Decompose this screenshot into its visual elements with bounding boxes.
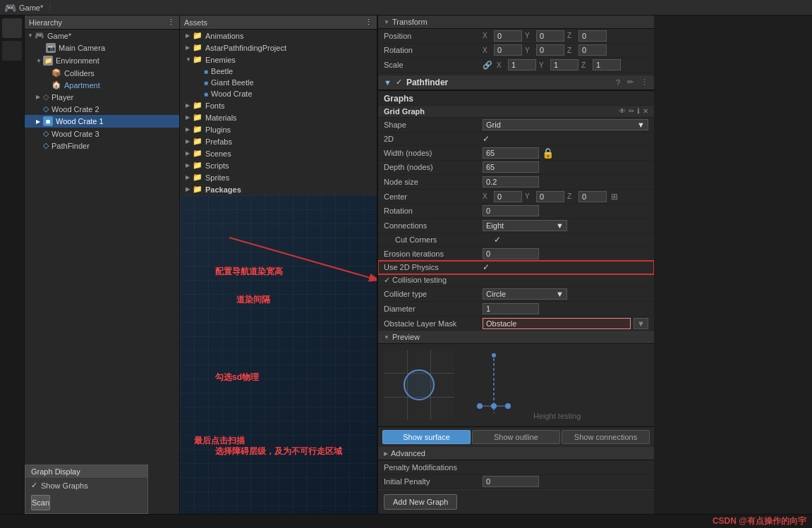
prefabs-folder-icon: 📁	[193, 137, 202, 146]
apartment-icon: 🏠	[51, 80, 61, 90]
pathfinder-menu-icon[interactable]: ⋮	[641, 78, 648, 87]
pathfinder-label: Pathfinder	[406, 78, 448, 87]
advanced-section-header[interactable]: ▶ Advanced	[378, 447, 654, 460]
diameter-row: Diameter 1	[378, 302, 654, 317]
game-tab-label[interactable]: Game*	[19, 4, 43, 12]
rot-y-field[interactable]: 0	[536, 44, 564, 56]
asset-item-astar[interactable]: ▶ 📁 AstarPathfindingProject	[180, 42, 377, 54]
hierarchy-item-environment[interactable]: ▼ 📁 Environment	[25, 54, 179, 67]
scale-y-field[interactable]: 1	[550, 59, 578, 70]
asset-item-plugins[interactable]: ▶ 📁 Plugins	[180, 123, 377, 135]
asset-item-sprites[interactable]: ▶ 📁 Sprites	[180, 171, 377, 183]
cen-x-field[interactable]: 0	[494, 191, 522, 202]
asset-item-enemies[interactable]: ▼ 📁 Enemies	[180, 54, 377, 66]
rotation-value[interactable]: 0	[483, 205, 539, 216]
initial-penalty-value[interactable]: 0	[483, 476, 539, 487]
pos-x-field[interactable]: 0	[494, 30, 522, 42]
hierarchy-item-colliders[interactable]: 📦 Colliders	[25, 67, 179, 79]
height-testing-label: Height testing	[533, 412, 581, 420]
asset-item-materials[interactable]: ▶ 📁 Materials	[180, 111, 377, 123]
cen-z-label: Z	[567, 192, 576, 200]
diameter-value[interactable]: 1	[483, 303, 539, 314]
pencil-icon[interactable]: ✏	[629, 107, 634, 115]
asset-item-beetle[interactable]: ■ Beetle	[180, 66, 377, 77]
show-surface-button[interactable]: Show surface	[382, 430, 471, 444]
crate3-icon: ◇	[43, 129, 49, 138]
assets-menu-icon[interactable]: ⋮	[365, 18, 372, 27]
add-new-graph-button[interactable]: Add New Graph	[384, 494, 457, 510]
pathfinder-edit-icon[interactable]: ✏	[627, 78, 634, 87]
diameter-label: Diameter	[384, 305, 483, 313]
asset-item-wood-crate[interactable]: ■ Wood Crate	[180, 88, 377, 99]
scan-button[interactable]: Scan	[31, 495, 50, 510]
asset-item-fonts[interactable]: ▶ 📁 Fonts	[180, 99, 377, 111]
obstacle-mask-value[interactable]: Obstacle	[483, 318, 631, 329]
close-icon[interactable]: ✕	[643, 107, 648, 115]
cut-corners-check[interactable]: ✓	[494, 235, 501, 245]
width-label: Width (nodes)	[384, 149, 483, 157]
use-2d-physics-check[interactable]: ✓	[483, 262, 490, 272]
lock-icon[interactable]: 🔒	[542, 147, 554, 159]
cen-y-field[interactable]: 0	[536, 191, 564, 202]
grid-icon[interactable]: ⊞	[611, 192, 618, 202]
width-value[interactable]: 65	[483, 147, 539, 159]
rot-z-field[interactable]: 0	[578, 44, 607, 56]
connections-row: Connections Eight ▼	[378, 219, 654, 233]
show-graphs-item[interactable]: ✓ Show Graphs	[25, 479, 147, 492]
cen-z-field[interactable]: 0	[578, 191, 607, 202]
pathfinder-toggle[interactable]: ▼	[384, 78, 392, 87]
connections-dropdown[interactable]: Eight ▼	[483, 220, 567, 231]
connections-value: Eight	[486, 221, 504, 230]
shape-dropdown[interactable]: Grid ▼	[483, 119, 648, 130]
show-connections-button[interactable]: Show connections	[562, 430, 650, 444]
preview-label: Preview	[392, 333, 420, 341]
nodesize-value[interactable]: 0.2	[483, 176, 539, 188]
packages-arrow: ▶	[186, 186, 193, 192]
scale-z-field[interactable]: 1	[593, 59, 621, 70]
obstacle-mask-label: Obstacle Layer Mask	[384, 319, 483, 328]
crate1-icon: ■	[43, 116, 53, 126]
obstacle-dropdown-arrow[interactable]: ▼	[634, 318, 648, 329]
grid-cell-8	[408, 398, 431, 421]
asset-item-animations[interactable]: ▶ 📁 Animations	[180, 30, 377, 42]
rot-x-field[interactable]: 0	[494, 44, 522, 56]
prefabs-arrow: ▶	[186, 138, 193, 145]
hierarchy-item-game[interactable]: ▼ 🎮 Game*	[25, 30, 179, 42]
depth-value[interactable]: 65	[483, 161, 539, 173]
expand-arrow: ▼	[28, 32, 35, 39]
transform-header[interactable]: ▼ Transform	[378, 16, 654, 29]
collision-testing-label: ✓ Collision testing	[384, 276, 483, 285]
wood-crate-icon: ■	[204, 90, 208, 98]
show-outline-button[interactable]: Show outline	[472, 430, 560, 444]
twoD-check[interactable]: ✓	[483, 134, 490, 144]
pathfinder-icon: ◇	[43, 141, 49, 150]
pathfinder-help-icon[interactable]: ?	[616, 78, 620, 87]
hierarchy-item-apartment[interactable]: 🏠 Apartment	[25, 79, 179, 91]
pos-y-field[interactable]: 0	[536, 30, 564, 42]
advanced-arrow: ▶	[384, 450, 388, 457]
hierarchy-item-wood-crate-2[interactable]: ◇ Wood Crate 2	[25, 103, 179, 115]
hierarchy-menu-icon[interactable]: ⋮	[167, 18, 175, 27]
pathfinder-checkbox[interactable]: ✓	[396, 78, 402, 87]
scale-x-field[interactable]: 1	[508, 59, 536, 70]
hierarchy-item-wood-crate-1[interactable]: ▶ ■ Wood Crate 1	[25, 115, 179, 128]
asset-item-packages[interactable]: ▶ 📁 Packages	[180, 183, 377, 195]
preview-grid-container	[384, 350, 454, 420]
pos-z-field[interactable]: 0	[578, 30, 607, 42]
asset-item-prefabs[interactable]: ▶ 📁 Prefabs	[180, 135, 377, 147]
eye-icon[interactable]: 👁	[619, 107, 626, 115]
asset-item-scenes[interactable]: ▶ 📁 Scenes	[180, 147, 377, 159]
top-bar: 🎮 Game* ⋮	[0, 0, 812, 16]
info-icon[interactable]: ℹ	[637, 107, 640, 115]
pos-z-label: Z	[567, 32, 576, 39]
hierarchy-item-pathfinder[interactable]: ◇ PathFinder	[25, 140, 179, 152]
hierarchy-item-camera[interactable]: 📷 Main Camera	[25, 42, 179, 54]
preview-section-header[interactable]: ▼ Preview	[378, 331, 654, 344]
hierarchy-title: Hierarchy	[29, 18, 62, 27]
erosion-value[interactable]: 0	[483, 248, 539, 259]
asset-item-scripts[interactable]: ▶ 📁 Scripts	[180, 159, 377, 171]
collider-type-dropdown[interactable]: Circle ▼	[483, 288, 567, 300]
hierarchy-item-player[interactable]: ▶ ◇ Player	[25, 91, 179, 103]
hierarchy-item-wood-crate-3[interactable]: ◇ Wood Crate 3	[25, 128, 179, 140]
asset-item-giant-beetle[interactable]: ■ Giant Beetle	[180, 77, 377, 88]
